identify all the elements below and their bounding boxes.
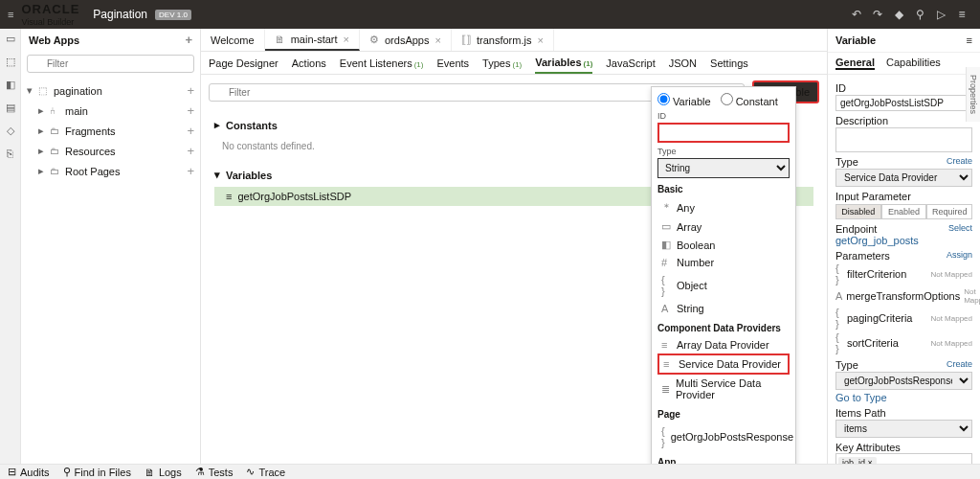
- prop-items-select[interactable]: items: [835, 420, 972, 438]
- type-option[interactable]: ≡Array Data Provider: [657, 336, 790, 354]
- type-option[interactable]: ＊Any: [657, 197, 790, 217]
- popup-type-label: Type: [657, 147, 790, 156]
- goto-type-link[interactable]: Go to Type: [835, 392, 972, 403]
- diamond-icon[interactable]: ◆: [888, 8, 909, 21]
- variable-type-popup: Variable Constant ID Type String Basic＊A…: [651, 86, 796, 479]
- oracle-logo: ORACLE Visual Builder: [21, 2, 79, 27]
- sub-tab[interactable]: Events: [436, 54, 469, 73]
- prop-endpoint-value[interactable]: getOrg_job_posts: [835, 235, 972, 246]
- prop-id-label: ID: [835, 82, 846, 94]
- editor-tab[interactable]: ⚙ordsApps×: [360, 29, 452, 51]
- rail-source-icon[interactable]: ⎘: [4, 148, 17, 161]
- bottombar-trace[interactable]: ∿Trace: [246, 466, 285, 478]
- webapps-filter-input[interactable]: [27, 55, 194, 73]
- type-option[interactable]: #Number: [657, 254, 790, 271]
- prop-tab[interactable]: Capabilities: [886, 57, 941, 70]
- rail-services-icon[interactable]: ◧: [4, 79, 17, 92]
- popup-type-select[interactable]: String: [657, 158, 790, 178]
- sub-tab[interactable]: JSON: [669, 54, 697, 73]
- prop-endpoint-select-link[interactable]: Select: [948, 223, 972, 233]
- seg-disabled[interactable]: Disabled: [835, 204, 881, 219]
- tree-item[interactable]: ▸⑃main+: [25, 101, 196, 121]
- bottombar-audits[interactable]: ⊟Audits: [8, 466, 50, 478]
- radio-constant[interactable]: Constant: [721, 93, 778, 107]
- prop-tab[interactable]: General: [835, 57, 875, 70]
- close-icon[interactable]: ×: [344, 34, 349, 45]
- sub-tab[interactable]: Event Listeners(1): [340, 54, 424, 73]
- bottombar-find-in-files[interactable]: ⚲Find in Files: [63, 466, 131, 478]
- prop-type2-label: Type: [835, 359, 858, 371]
- rail-mobile-icon[interactable]: ▭: [4, 33, 17, 46]
- prop-type2-create-link[interactable]: Create: [947, 359, 972, 369]
- prop-id-input[interactable]: [835, 95, 972, 111]
- sub-tab[interactable]: Variables(1): [535, 53, 592, 74]
- sub-tab[interactable]: Types(1): [482, 54, 522, 73]
- editor-tab[interactable]: 🗎main-start×: [265, 29, 360, 51]
- brand-bottom: Visual Builder: [21, 17, 79, 27]
- prop-type-label: Type: [835, 156, 858, 168]
- left-rail: ▭ ⬚ ◧ ▤ ◇ ⎘: [0, 29, 21, 464]
- seg-enabled[interactable]: Enabled: [881, 204, 927, 219]
- prop-desc-input[interactable]: [835, 127, 972, 152]
- undo-icon[interactable]: ↶: [846, 8, 867, 21]
- sub-tab[interactable]: Page Designer: [209, 54, 278, 73]
- brand-top: ORACLE: [21, 2, 79, 16]
- bottombar-tests[interactable]: ⚗Tests: [195, 466, 234, 478]
- prop-type-select[interactable]: Service Data Provider: [835, 169, 972, 187]
- prop-params-label: Parameters: [835, 250, 890, 262]
- type-option[interactable]: ≣Multi Service Data Provider: [657, 375, 790, 403]
- tree-item[interactable]: ▾⬚pagination+: [25, 80, 196, 101]
- param-row[interactable]: { }filterCriterionNot Mapped: [835, 262, 972, 286]
- editor-tab[interactable]: Welcome: [201, 29, 265, 51]
- prop-params-assign-link[interactable]: Assign: [947, 250, 972, 260]
- tree-item[interactable]: ▸🗀Root Pages+: [25, 161, 196, 181]
- popup-id-input[interactable]: [657, 123, 790, 143]
- editor-tab[interactable]: ⟦⟧transform.js×: [452, 29, 554, 51]
- webapps-add-icon[interactable]: +: [185, 33, 192, 47]
- sub-tab[interactable]: JavaScript: [606, 54, 655, 73]
- close-icon[interactable]: ×: [434, 34, 440, 46]
- type-option[interactable]: { }Object: [657, 271, 790, 300]
- type-option[interactable]: AString: [657, 300, 790, 317]
- add-icon[interactable]: +: [187, 144, 194, 158]
- add-icon[interactable]: +: [187, 103, 194, 118]
- menu-icon[interactable]: ≡: [8, 9, 13, 20]
- add-icon[interactable]: +: [187, 164, 194, 178]
- type-option[interactable]: ▭Array: [657, 217, 790, 236]
- tree-item[interactable]: ▸🗀Resources+: [25, 141, 196, 161]
- prop-type2-select[interactable]: getOrgJobPostsResponse: [835, 372, 972, 390]
- properties-title: Variable: [835, 34, 876, 46]
- redo-icon[interactable]: ↷: [867, 8, 888, 21]
- add-icon[interactable]: +: [187, 83, 194, 98]
- tree-item[interactable]: ▸🗀Fragments+: [25, 121, 196, 141]
- type-option[interactable]: { }getOrgJobPostsResponse: [657, 422, 790, 451]
- radio-variable[interactable]: Variable: [657, 93, 711, 107]
- more-icon[interactable]: ≡: [951, 8, 972, 21]
- rail-web-icon[interactable]: ⬚: [4, 56, 17, 69]
- type-option[interactable]: ◧Boolean: [657, 236, 790, 254]
- sub-tab[interactable]: Actions: [292, 54, 326, 73]
- properties-panel: Variable ≡ GeneralCapabilities ID Descri…: [827, 29, 980, 464]
- keyattr-chip[interactable]: job_id ×: [838, 457, 877, 464]
- popup-group-title: Component Data Providers: [657, 323, 790, 333]
- env-badge: DEV 1.0: [155, 10, 191, 20]
- param-row[interactable]: { }sortCriteriaNot Mapped: [835, 331, 972, 355]
- param-row[interactable]: { }pagingCriteriaNot Mapped: [835, 306, 972, 331]
- rail-components-icon[interactable]: ◇: [4, 125, 17, 138]
- popup-group-title: Basic: [657, 184, 790, 194]
- rail-bo-icon[interactable]: ▤: [4, 102, 17, 115]
- prop-type-create-link[interactable]: Create: [947, 156, 972, 166]
- bottom-bar: ⊟Audits⚲Find in Files🗎Logs⚗Tests∿Trace: [0, 464, 980, 479]
- param-row[interactable]: AmergeTransformOptionsNot Mapped: [835, 286, 972, 306]
- properties-toggle[interactable]: Properties: [966, 67, 980, 122]
- sub-tab[interactable]: Settings: [710, 54, 748, 73]
- close-icon[interactable]: ×: [537, 34, 543, 46]
- seg-required[interactable]: Required: [926, 204, 972, 219]
- play-icon[interactable]: ▷: [930, 8, 951, 21]
- add-icon[interactable]: +: [187, 124, 194, 138]
- search-icon[interactable]: ⚲: [909, 8, 930, 21]
- bottombar-logs[interactable]: 🗎Logs: [145, 467, 182, 478]
- type-option[interactable]: ≡Service Data Provider: [657, 354, 790, 375]
- properties-menu-icon[interactable]: ≡: [967, 34, 972, 46]
- prop-endpoint-label: Endpoint: [835, 223, 877, 235]
